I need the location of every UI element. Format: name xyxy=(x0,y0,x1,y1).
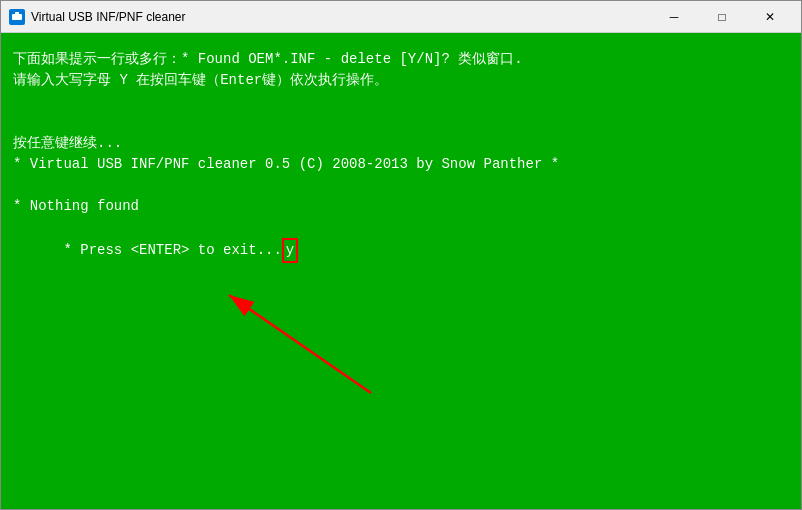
console-line-9: * Press <ENTER> to exit...y xyxy=(13,217,789,284)
svg-rect-1 xyxy=(15,12,19,14)
window-title: Virtual USB INF/PNF cleaner xyxy=(31,10,651,24)
svg-rect-0 xyxy=(12,14,22,20)
console-line-3 xyxy=(13,91,789,112)
console-line-6: * Virtual USB INF/PNF cleaner 0.5 (C) 20… xyxy=(13,154,789,175)
console-output: 下面如果提示一行或多行：* Found OEM*.INF - delete [Y… xyxy=(1,33,801,509)
minimize-button[interactable]: ─ xyxy=(651,1,697,33)
highlighted-char: y xyxy=(282,238,298,263)
console-line-8: * Nothing found xyxy=(13,196,789,217)
console-line-1: 下面如果提示一行或多行：* Found OEM*.INF - delete [Y… xyxy=(13,49,789,70)
app-icon xyxy=(9,9,25,25)
svg-line-3 xyxy=(229,295,371,393)
title-bar: Virtual USB INF/PNF cleaner ─ □ ✕ xyxy=(1,1,801,33)
console-line-7 xyxy=(13,175,789,196)
console-line-4 xyxy=(13,112,789,133)
maximize-button[interactable]: □ xyxy=(699,1,745,33)
application-window: Virtual USB INF/PNF cleaner ─ □ ✕ 下面如果提示… xyxy=(0,0,802,510)
exit-prompt-prefix: * Press <ENTER> to exit... xyxy=(63,242,281,258)
close-button[interactable]: ✕ xyxy=(747,1,793,33)
window-controls: ─ □ ✕ xyxy=(651,1,793,33)
console-line-5: 按任意键继续... xyxy=(13,133,789,154)
console-line-2: 请输入大写字母 Y 在按回车键（Enter键）依次执行操作。 xyxy=(13,70,789,91)
